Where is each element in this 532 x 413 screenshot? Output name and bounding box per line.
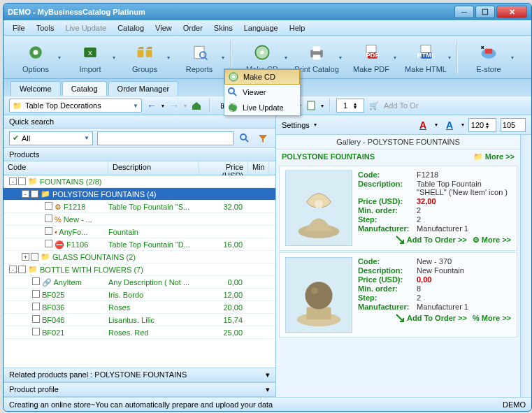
sheet-icon[interactable] <box>304 99 318 113</box>
header-code[interactable]: Code <box>3 161 108 175</box>
table-row[interactable]: • AnyFo...Fountain <box>3 226 275 238</box>
tree-group[interactable]: -📁FOUNTAINS (2/8) <box>3 175 275 188</box>
dropdown-item-make-cd[interactable]: Make CD <box>224 69 300 85</box>
search-scope-combo[interactable]: ✔ All ▼ <box>9 131 93 145</box>
expander-icon[interactable]: + <box>22 253 29 261</box>
search-input[interactable] <box>97 131 233 145</box>
tree-group[interactable]: -📁POLYSTONE FOUNTAINS (4) <box>3 188 275 201</box>
menu-live-update: Live Update <box>60 22 111 34</box>
table-row[interactable]: BF025Iris. Bordo12,00 <box>3 289 275 301</box>
options-button[interactable]: Options▾ <box>9 38 62 77</box>
group-combo[interactable]: 📁 Table Top Decorations ▼ <box>9 99 142 113</box>
table-row[interactable]: BF046Lisantus. Lilic15,74 <box>3 314 275 326</box>
dropdown-item-viewer[interactable]: Viewer <box>224 85 300 100</box>
checkbox[interactable] <box>45 202 52 210</box>
checkbox[interactable] <box>31 190 38 198</box>
chevron-down-icon[interactable]: ▾ <box>314 122 317 128</box>
import-button[interactable]: XImport▾ <box>64 38 117 77</box>
svg-point-22 <box>240 134 246 140</box>
add-to-order-button[interactable]: Add To Order >> <box>394 234 467 245</box>
checkbox[interactable] <box>32 277 40 285</box>
checkbox[interactable] <box>32 303 40 310</box>
chevron-down-icon[interactable]: ▾ <box>161 103 164 109</box>
settings-link[interactable]: Settings <box>282 121 310 129</box>
checkbox[interactable] <box>31 253 38 261</box>
tab-order-manager[interactable]: Order Manager <box>108 81 179 96</box>
menu-tools[interactable]: Tools <box>31 22 59 34</box>
more-button[interactable]: % More >> <box>473 312 511 324</box>
font-color-button-2[interactable]: A <box>442 118 457 132</box>
profile-panel-label: Product profile <box>9 385 59 394</box>
home-icon[interactable] <box>189 99 203 113</box>
checkbox[interactable] <box>18 266 26 273</box>
maximize-button[interactable]: ☐ <box>475 6 495 18</box>
expander-icon[interactable]: - <box>9 177 17 185</box>
nav-back-button[interactable]: ← <box>145 99 159 113</box>
font-color-button[interactable]: A <box>415 118 431 132</box>
e-store-button[interactable]: E-store▾ <box>462 38 515 77</box>
card-field-label: Min. order: <box>358 284 417 293</box>
add-to-order-button[interactable]: Add To Order >> <box>394 312 467 324</box>
checkbox[interactable] <box>32 290 40 298</box>
cart-icon[interactable]: 🛒 <box>367 99 381 113</box>
product-image <box>285 171 352 246</box>
chevron-down-icon[interactable]: ▾ <box>321 103 324 109</box>
make-pdf-button[interactable]: PDFMake PDF▾ <box>345 38 398 77</box>
reports-button[interactable]: Reports▾ <box>173 38 226 77</box>
page-input[interactable] <box>337 101 354 110</box>
table-row[interactable]: BF021Roses. Red25,00 <box>3 326 275 339</box>
header-description[interactable]: Description <box>108 161 199 175</box>
page-spinner[interactable]: ▴▾ <box>336 99 364 113</box>
tree-group[interactable]: +📁GLASS FOUNTAINS (2) <box>3 251 275 263</box>
dropdown-item-live-update[interactable]: Live Update <box>224 100 300 115</box>
menu-view[interactable]: View <box>150 22 177 34</box>
menu-language[interactable]: Language <box>239 22 283 34</box>
checkbox[interactable] <box>32 328 40 335</box>
card-field-label: Min. order: <box>358 206 417 215</box>
chevron-down-icon[interactable]: ▾ <box>461 122 464 128</box>
header-min[interactable]: Min <box>248 161 269 175</box>
chevron-down-icon[interactable]: ▾ <box>435 122 438 128</box>
menu-file[interactable]: File <box>8 22 30 34</box>
tree-group[interactable]: -📁BOTTLE WITH FLOWERS (7) <box>3 263 275 276</box>
import-icon: X <box>79 41 101 64</box>
minimize-button[interactable]: ─ <box>454 6 474 18</box>
width-input[interactable] <box>469 121 486 129</box>
header-price[interactable]: Price (USD) <box>199 161 248 175</box>
expander-icon[interactable]: - <box>22 190 29 198</box>
table-row[interactable]: 🔗 AnyItemAny Description ( Not ...0,00 <box>3 276 275 289</box>
width-spinner[interactable]: ▴▾ <box>468 118 496 132</box>
menu-skins[interactable]: Skins <box>209 22 238 34</box>
table-row[interactable]: % New - ... <box>3 213 275 226</box>
make-html-button[interactable]: HTMLMake HTML▾ <box>399 38 452 77</box>
tab-catalog[interactable]: Catalog <box>62 81 107 96</box>
vertical-scrollbar[interactable] <box>520 135 531 397</box>
makecd-dropdown[interactable]: Make CDViewerLive Update <box>224 68 301 116</box>
expander-icon[interactable]: - <box>9 266 17 273</box>
checkbox[interactable] <box>18 177 26 185</box>
close-button[interactable]: ✕ <box>496 6 527 18</box>
checkbox[interactable] <box>45 215 52 222</box>
groups-button[interactable]: Groups▾ <box>118 38 171 77</box>
table-row[interactable]: BF036Roses20,00 <box>3 301 275 314</box>
related-panel-header[interactable]: Related products panel : POLYSTONE FOUNT… <box>3 368 275 382</box>
card-field-value: 2 <box>417 294 511 302</box>
search-icon[interactable] <box>238 131 252 145</box>
card-field-value: 0,00 <box>417 275 511 284</box>
profile-panel-header[interactable]: Product profile ▾ <box>3 382 275 397</box>
more-link[interactable]: 📁 More >> <box>473 152 515 161</box>
table-row[interactable]: ⚙ F1218Table Top Fountain "S...32,00 <box>3 201 275 213</box>
products-grid[interactable]: -📁FOUNTAINS (2/8)-📁POLYSTONE FOUNTAINS (… <box>3 175 275 368</box>
menu-catalog[interactable]: Catalog <box>113 22 149 34</box>
menu-help[interactable]: Help <box>285 22 310 34</box>
table-row[interactable]: ⛔ F1106Table Top Fountain "D...16,00 <box>3 238 275 251</box>
filter-icon[interactable] <box>256 131 270 145</box>
tab-welcome[interactable]: Welcome <box>10 81 61 96</box>
height-input[interactable] <box>501 121 517 129</box>
checkbox[interactable] <box>45 240 52 247</box>
height-spinner[interactable] <box>501 118 526 132</box>
menu-order[interactable]: Order <box>178 22 208 34</box>
checkbox[interactable] <box>32 315 40 323</box>
more-button[interactable]: ⚙ More >> <box>473 234 511 245</box>
checkbox[interactable] <box>45 227 52 235</box>
